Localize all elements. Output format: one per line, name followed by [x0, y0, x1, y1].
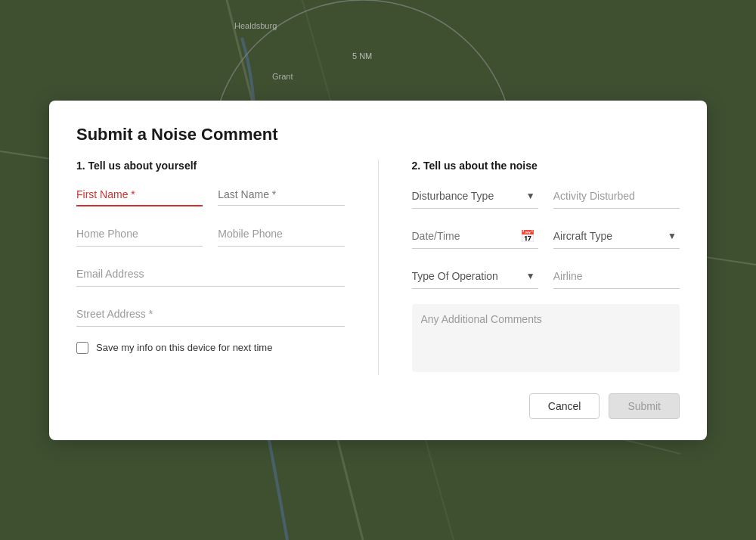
modal-overlay: Submit a Noise Comment 1. Tell us about …: [0, 0, 756, 540]
save-info-row: Save my info on this device for next tim…: [76, 342, 345, 354]
section-about-noise: 2. Tell us about the noise Disturbance T…: [412, 160, 680, 375]
modal-title: Submit a Noise Comment: [76, 125, 680, 144]
first-name-group: [76, 184, 203, 206]
save-info-label[interactable]: Save my info on this device for next tim…: [96, 342, 272, 353]
type-of-operation-select[interactable]: Type Of Operation Arrival Departure Over…: [412, 264, 538, 289]
datetime-group: 📅: [412, 224, 538, 249]
section-about-yourself: 1. Tell us about yourself: [76, 160, 345, 375]
street-address-input[interactable]: [76, 302, 345, 327]
section2-title: 2. Tell us about the noise: [412, 160, 680, 172]
last-name-input[interactable]: [218, 184, 344, 206]
disturbance-type-group: Disturbance Type Noise Vibration Other ▼: [412, 184, 538, 209]
airline-group: [553, 264, 680, 289]
comments-textarea[interactable]: [412, 304, 680, 372]
email-group: [76, 262, 345, 287]
cancel-button[interactable]: Cancel: [529, 393, 600, 419]
modal-footer: Cancel Submit: [76, 393, 680, 419]
submit-noise-comment-modal: Submit a Noise Comment 1. Tell us about …: [49, 101, 707, 440]
comments-group: [412, 304, 680, 375]
activity-disturbed-group: [553, 184, 680, 209]
home-phone-group: [76, 222, 203, 247]
phone-row: [76, 222, 345, 247]
airline-input[interactable]: [553, 264, 680, 289]
home-phone-input[interactable]: [76, 222, 203, 247]
modal-body: 1. Tell us about yourself: [76, 160, 680, 375]
datetime-input[interactable]: [412, 224, 538, 249]
name-row: [76, 184, 345, 206]
submit-button[interactable]: Submit: [609, 393, 680, 419]
section1-title: 1. Tell us about yourself: [76, 160, 345, 172]
mobile-phone-group: [218, 222, 344, 247]
email-input[interactable]: [76, 262, 345, 287]
mobile-phone-input[interactable]: [218, 222, 344, 247]
street-group: [76, 302, 345, 327]
aircraft-type-select[interactable]: Aircraft Type Jet Propeller Helicopter: [553, 224, 680, 249]
operation-airline-row: Type Of Operation Arrival Departure Over…: [412, 264, 680, 289]
first-name-input[interactable]: [76, 184, 203, 206]
last-name-group: [218, 184, 344, 206]
disturbance-row: Disturbance Type Noise Vibration Other ▼: [412, 184, 680, 209]
disturbance-type-select[interactable]: Disturbance Type Noise Vibration Other: [412, 184, 538, 209]
datetime-aircraft-row: 📅 Aircraft Type Jet Propeller Helicopter…: [412, 224, 680, 249]
activity-disturbed-input[interactable]: [553, 184, 680, 209]
type-of-operation-group: Type Of Operation Arrival Departure Over…: [412, 264, 538, 289]
save-info-checkbox[interactable]: [76, 342, 88, 354]
aircraft-type-group: Aircraft Type Jet Propeller Helicopter ▼: [553, 224, 680, 249]
section-divider: [378, 160, 379, 375]
